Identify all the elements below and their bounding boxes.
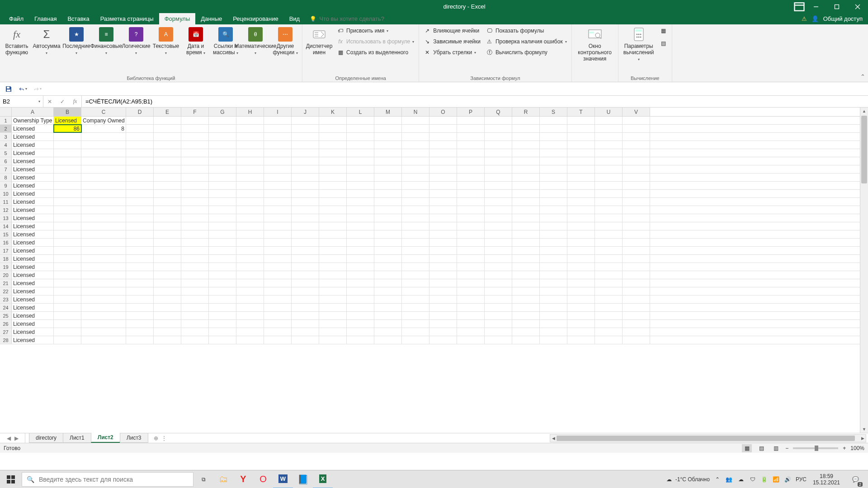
cell-Q26[interactable] bbox=[485, 320, 512, 328]
col-header-C[interactable]: C bbox=[81, 108, 126, 116]
cell-J12[interactable] bbox=[292, 206, 319, 214]
cell-L18[interactable] bbox=[347, 255, 374, 263]
cell-T3[interactable] bbox=[567, 133, 595, 141]
cell-N13[interactable] bbox=[402, 214, 429, 222]
cell-I8[interactable] bbox=[264, 174, 292, 181]
cell-L16[interactable] bbox=[347, 239, 374, 246]
cell-A9[interactable]: Licensed bbox=[12, 182, 54, 189]
page-layout-view-button[interactable]: ▤ bbox=[756, 444, 766, 452]
cell-L23[interactable] bbox=[347, 296, 374, 303]
cell-C15[interactable] bbox=[81, 230, 126, 238]
cell-Q7[interactable] bbox=[485, 165, 512, 173]
cell-H5[interactable] bbox=[236, 149, 264, 157]
vertical-scrollbar[interactable]: ▲ ▼ bbox=[860, 108, 868, 433]
cell-U19[interactable] bbox=[595, 263, 623, 271]
cell-P15[interactable] bbox=[457, 230, 485, 238]
redo-button[interactable]: ▾ bbox=[33, 85, 42, 93]
cell-R10[interactable] bbox=[512, 190, 540, 197]
trace-dependents-button[interactable]: ↘Зависимые ячейки bbox=[422, 37, 482, 46]
cell-K14[interactable] bbox=[319, 222, 347, 230]
cell-N7[interactable] bbox=[402, 165, 429, 173]
cell-T4[interactable] bbox=[567, 141, 595, 149]
cell-F8[interactable] bbox=[181, 174, 209, 181]
cell-D8[interactable] bbox=[126, 174, 154, 181]
col-header-J[interactable]: J bbox=[292, 108, 319, 116]
cell-Q20[interactable] bbox=[485, 271, 512, 279]
cell-S26[interactable] bbox=[540, 320, 567, 328]
cell-I2[interactable] bbox=[264, 125, 292, 132]
cell-V27[interactable] bbox=[623, 328, 650, 336]
cell-J5[interactable] bbox=[292, 149, 319, 157]
cell-J13[interactable] bbox=[292, 214, 319, 222]
cell-V5[interactable] bbox=[623, 149, 650, 157]
cell-S15[interactable] bbox=[540, 230, 567, 238]
cell-N20[interactable] bbox=[402, 271, 429, 279]
cell-E26[interactable] bbox=[154, 320, 181, 328]
cell-P4[interactable] bbox=[457, 141, 485, 149]
cell-M10[interactable] bbox=[374, 190, 402, 197]
more-functions-button[interactable]: ⋯ Другие функции ▾ bbox=[271, 26, 299, 57]
cell-V7[interactable] bbox=[623, 165, 650, 173]
cell-P12[interactable] bbox=[457, 206, 485, 214]
tab-file[interactable]: Файл bbox=[4, 13, 29, 24]
cell-R26[interactable] bbox=[512, 320, 540, 328]
cell-N21[interactable] bbox=[402, 279, 429, 287]
cell-J3[interactable] bbox=[292, 133, 319, 141]
cell-E11[interactable] bbox=[154, 198, 181, 206]
notifications-button[interactable]: 💬2 bbox=[846, 470, 864, 488]
cell-F21[interactable] bbox=[181, 279, 209, 287]
cell-D26[interactable] bbox=[126, 320, 154, 328]
cell-D6[interactable] bbox=[126, 157, 154, 165]
col-header-G[interactable]: G bbox=[209, 108, 236, 116]
cell-M22[interactable] bbox=[374, 287, 402, 295]
cell-D12[interactable] bbox=[126, 206, 154, 214]
name-manager-button[interactable]: Диспетчер имен bbox=[305, 26, 333, 56]
cell-P21[interactable] bbox=[457, 279, 485, 287]
cell-U11[interactable] bbox=[595, 198, 623, 206]
cell-I24[interactable] bbox=[264, 304, 292, 311]
cell-D23[interactable] bbox=[126, 296, 154, 303]
cell-H18[interactable] bbox=[236, 255, 264, 263]
cell-C28[interactable] bbox=[81, 336, 126, 344]
cell-R17[interactable] bbox=[512, 247, 540, 254]
cell-G25[interactable] bbox=[209, 312, 236, 319]
col-header-L[interactable]: L bbox=[347, 108, 374, 116]
cell-B10[interactable] bbox=[54, 190, 81, 197]
cell-M27[interactable] bbox=[374, 328, 402, 336]
cell-G23[interactable] bbox=[209, 296, 236, 303]
cell-B19[interactable] bbox=[54, 263, 81, 271]
cell-K7[interactable] bbox=[319, 165, 347, 173]
cell-H26[interactable] bbox=[236, 320, 264, 328]
cell-M14[interactable] bbox=[374, 222, 402, 230]
cell-G17[interactable] bbox=[209, 247, 236, 254]
cell-K4[interactable] bbox=[319, 141, 347, 149]
cell-B2[interactable]: 86 bbox=[54, 125, 81, 132]
cell-T27[interactable] bbox=[567, 328, 595, 336]
cell-J7[interactable] bbox=[292, 165, 319, 173]
tray-chevron-icon[interactable]: ⌃ bbox=[713, 475, 722, 483]
cell-J9[interactable] bbox=[292, 182, 319, 189]
cell-D17[interactable] bbox=[126, 247, 154, 254]
scroll-left-icon[interactable]: ◀ bbox=[550, 435, 557, 442]
cell-U10[interactable] bbox=[595, 190, 623, 197]
cell-L24[interactable] bbox=[347, 304, 374, 311]
cell-C10[interactable] bbox=[81, 190, 126, 197]
col-header-M[interactable]: M bbox=[374, 108, 402, 116]
cell-U22[interactable] bbox=[595, 287, 623, 295]
weather-icon[interactable]: ☁ bbox=[666, 476, 672, 483]
cell-B8[interactable] bbox=[54, 174, 81, 181]
row-header-8[interactable]: 8 bbox=[0, 174, 12, 181]
cell-O14[interactable] bbox=[429, 222, 457, 230]
cell-C14[interactable] bbox=[81, 222, 126, 230]
cell-G1[interactable] bbox=[209, 117, 236, 124]
cell-P17[interactable] bbox=[457, 247, 485, 254]
cell-N9[interactable] bbox=[402, 182, 429, 189]
row-header-23[interactable]: 23 bbox=[0, 296, 12, 303]
cell-Q3[interactable] bbox=[485, 133, 512, 141]
cell-R20[interactable] bbox=[512, 271, 540, 279]
cell-V14[interactable] bbox=[623, 222, 650, 230]
row-header-11[interactable]: 11 bbox=[0, 198, 12, 206]
cell-V16[interactable] bbox=[623, 239, 650, 246]
row-header-22[interactable]: 22 bbox=[0, 287, 12, 295]
cell-C18[interactable] bbox=[81, 255, 126, 263]
